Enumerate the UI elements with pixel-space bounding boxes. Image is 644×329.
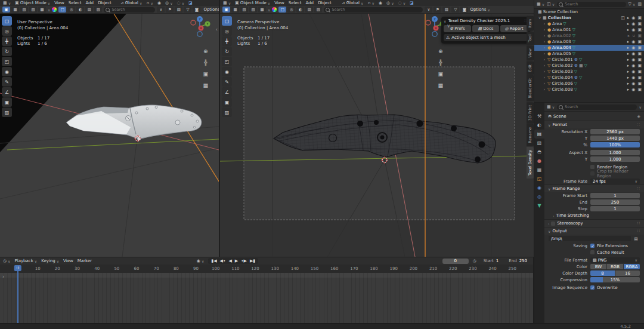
xray-toggle-icon[interactable]: ◪ bbox=[188, 1, 193, 5]
select-mode-new-icon[interactable]: ▣ bbox=[222, 7, 230, 13]
search-input[interactable] bbox=[330, 7, 423, 12]
docs-button[interactable]: ▤Docs bbox=[472, 25, 500, 32]
filter-icon[interactable]: ▽ bbox=[451, 7, 459, 13]
ortho-grid-icon[interactable]: ▦ bbox=[203, 82, 208, 88]
preset-icon[interactable]: ∷ bbox=[637, 122, 640, 127]
outliner-row-circle.003[interactable]: ›▽Circle.003▽▸◉▣ bbox=[534, 69, 644, 75]
selectable-icon[interactable]: ▸ bbox=[627, 63, 630, 68]
panel-header-frame-range[interactable]: ∨Frame Range ∷ bbox=[544, 185, 644, 192]
tool-add-cube[interactable]: ▣ bbox=[222, 97, 232, 107]
gizmo-toggle-icon[interactable]: ◉ bbox=[379, 1, 382, 5]
tool-select-box[interactable]: ▢ bbox=[222, 16, 232, 26]
new-collection-icon[interactable]: ▥ bbox=[637, 2, 642, 7]
selectable-icon[interactable]: ▸ bbox=[627, 75, 630, 80]
eye-open-icon[interactable]: ◉ bbox=[631, 87, 635, 92]
shading-texture-icon[interactable]: ▤ bbox=[85, 7, 93, 13]
tab-physics[interactable]: ◉ bbox=[534, 183, 544, 192]
play-button[interactable]: ▶ bbox=[235, 259, 238, 263]
auto-keying-toggle[interactable]: ◉∨ bbox=[197, 259, 205, 263]
knife-solid[interactable] bbox=[66, 105, 202, 140]
expand-icon[interactable]: › bbox=[543, 81, 546, 86]
tool-transform[interactable]: ◉ bbox=[2, 67, 12, 76]
keying-menu[interactable]: Keying∨ bbox=[41, 259, 59, 263]
snap-toggle[interactable]: ∩∨ bbox=[367, 1, 374, 5]
frame-rate-dropdown[interactable]: 24 fps∨ bbox=[590, 179, 640, 184]
file-format-dropdown[interactable]: ▨PNG∨ bbox=[590, 257, 640, 263]
eye-open-icon[interactable]: ◉ bbox=[631, 69, 635, 74]
aspect-y-field[interactable]: 1.000 bbox=[590, 156, 640, 162]
tool-annotate[interactable]: ✎ bbox=[2, 77, 12, 87]
search-input[interactable] bbox=[563, 104, 602, 109]
ortho-grid-icon[interactable]: ▦ bbox=[438, 82, 443, 88]
snap-toggle[interactable]: ∩∨ bbox=[146, 1, 153, 5]
overlays-toggle[interactable]: ◎∨ bbox=[386, 1, 394, 5]
play-reverse-button[interactable]: ◀ bbox=[228, 259, 231, 263]
resolution-y-field[interactable]: 1440 px bbox=[590, 136, 640, 141]
outliner-row-scene-collection[interactable]: ▦ Scene Collection bbox=[534, 9, 644, 15]
side-tab-3d-print[interactable]: 3D Print bbox=[527, 102, 534, 124]
jump-to-start-button[interactable]: ▮◀ bbox=[211, 259, 216, 263]
menu-select[interactable]: Select bbox=[289, 1, 302, 5]
expand-icon[interactable]: › bbox=[543, 51, 546, 56]
pin-icon[interactable]: ◈ bbox=[637, 114, 640, 119]
frame-end-field[interactable]: 250 bbox=[590, 199, 640, 205]
knife-wireframe[interactable] bbox=[274, 115, 496, 163]
panel-header-time-stretching[interactable]: ›Time Stretching bbox=[544, 212, 644, 219]
xray-toggle-icon[interactable]: ◪ bbox=[410, 1, 414, 5]
eye-open-icon[interactable]: ◉ bbox=[631, 27, 635, 32]
render-camera-icon[interactable]: ▣ bbox=[637, 63, 642, 68]
tool-cursor[interactable]: ◎ bbox=[222, 26, 232, 36]
jump-to-end-button[interactable]: ▶▮ bbox=[250, 259, 255, 263]
shading-rendered-icon[interactable]: ◐ bbox=[76, 7, 84, 13]
side-tab-blenderkit[interactable]: BlenderKit bbox=[527, 75, 534, 102]
selectable-icon[interactable]: ▸ bbox=[627, 51, 630, 56]
expand-icon[interactable]: › bbox=[543, 27, 546, 32]
tool-interactive-add[interactable]: ▨ bbox=[222, 107, 232, 117]
compression-slider[interactable]: 15% bbox=[590, 277, 640, 282]
eye-open-icon[interactable]: ◉ bbox=[631, 21, 635, 26]
shading-material-icon[interactable]: ◎ bbox=[287, 7, 295, 13]
selectable-icon[interactable]: ▸ bbox=[627, 69, 630, 74]
tab-scene[interactable]: ◓ bbox=[534, 147, 544, 156]
outliner-row-circle.006[interactable]: ›▽Circle.006▽▸◉▣ bbox=[534, 81, 644, 87]
selectable-icon[interactable]: ▸ bbox=[627, 21, 630, 26]
editor-type-button[interactable]: ▦∨ bbox=[223, 1, 231, 5]
expand-icon[interactable]: › bbox=[543, 45, 546, 50]
tool-add-cube[interactable]: ▣ bbox=[2, 97, 12, 107]
render-pass-icon[interactable]: ▤ bbox=[175, 7, 182, 13]
side-tab-view[interactable]: View bbox=[527, 45, 534, 60]
tool-measure[interactable]: ∠ bbox=[2, 87, 12, 97]
eye-open-icon[interactable]: ◉ bbox=[631, 45, 635, 50]
outliner-row-area.003[interactable]: ›●Area.003▽▸◉▣ bbox=[534, 39, 644, 45]
viewport-search[interactable] bbox=[324, 7, 423, 13]
render-camera-icon[interactable]: ▣ bbox=[637, 27, 642, 32]
panel-header-output[interactable]: ∨Output ∷ bbox=[544, 227, 644, 235]
menu-add[interactable]: Add bbox=[85, 1, 94, 5]
tool-cursor[interactable]: ◎ bbox=[2, 26, 12, 36]
menu-view[interactable]: View bbox=[274, 1, 284, 5]
color-wheel-icon[interactable] bbox=[52, 7, 57, 12]
timeline-tracks[interactable] bbox=[0, 273, 533, 323]
shading-wireframe-icon[interactable]: ▧ bbox=[94, 7, 102, 13]
outliner-row-area.001[interactable]: ›●Area.001▽▸◉▣ bbox=[534, 27, 644, 33]
depth-16-button[interactable]: 16 bbox=[615, 270, 640, 276]
select-mode-extend-icon[interactable]: ▦ bbox=[11, 7, 19, 13]
filter-dropdown[interactable]: ▽∨ bbox=[628, 2, 636, 7]
open-folder-button[interactable]: ▤ bbox=[632, 236, 640, 242]
outliner-row-circle.004[interactable]: ›▽Circle.004⚙▽▸◉▣ bbox=[534, 75, 644, 81]
tool-measure[interactable]: ∠ bbox=[222, 87, 232, 97]
crop-render-region-checkbox[interactable] bbox=[590, 171, 595, 176]
zoom-icon[interactable]: ⊕ bbox=[203, 48, 208, 54]
outliner-row-circle.002[interactable]: ›▽Circle.002⚙▦▽▸◉▣ bbox=[534, 63, 644, 69]
render-camera-icon[interactable]: ▣ bbox=[637, 87, 642, 92]
output-path-field[interactable]: /tmp\ bbox=[549, 236, 631, 241]
transform-orientation-dropdown[interactable]: ⊿Global∨ bbox=[120, 1, 143, 5]
side-tab-tool[interactable]: Tool bbox=[527, 32, 534, 45]
tool-scale[interactable]: ◰ bbox=[222, 57, 232, 66]
navigation-gizmo[interactable]: Z Y X bbox=[189, 15, 210, 45]
options-dropdown[interactable]: Options∨ bbox=[470, 7, 490, 12]
select-mode-intersect-icon[interactable]: ▩ bbox=[258, 7, 266, 13]
camera-view-icon[interactable]: ▣ bbox=[438, 71, 443, 77]
shading-wireframe-icon[interactable]: ▧ bbox=[314, 7, 322, 13]
render-pass-icon[interactable]: ▤ bbox=[442, 7, 450, 13]
